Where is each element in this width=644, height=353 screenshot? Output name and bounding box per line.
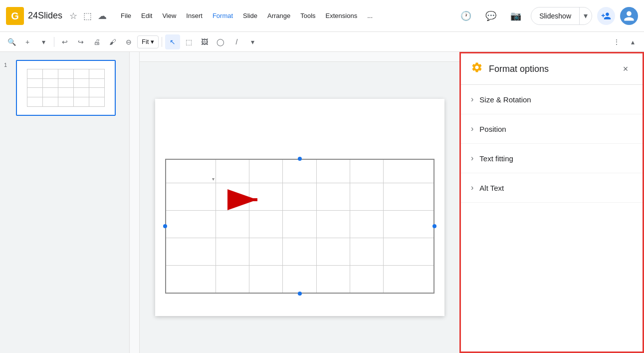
chevron-right-icon-3: › [471, 154, 473, 163]
sep1 [54, 37, 54, 47]
more-options[interactable]: ⋮ [609, 34, 624, 49]
menu-more[interactable]: ... [362, 9, 378, 22]
app-title: 24Slides [28, 10, 62, 21]
menu-file[interactable]: File [116, 9, 136, 22]
text-fitting-label: Text fitting [479, 154, 513, 163]
comment-icon[interactable]: 💬 [481, 6, 501, 26]
slide-table-thumb [27, 69, 105, 107]
menu-arrange[interactable]: Arrange [262, 9, 295, 22]
handle-left[interactable] [163, 224, 167, 228]
zoom-dropdown-btn[interactable]: ▾ [36, 34, 51, 49]
line-dropdown[interactable]: ▾ [245, 34, 260, 49]
zoom-label: Fit [142, 38, 149, 45]
zoom-out2-btn[interactable]: ⊖ [121, 34, 136, 49]
add-person-button[interactable] [597, 7, 615, 25]
table-element[interactable]: ▾ [165, 159, 434, 294]
redo-btn[interactable]: ↪ [73, 34, 88, 49]
format-panel-icon [471, 61, 483, 76]
star-icon[interactable]: ☆ [69, 10, 77, 21]
chevron-right-icon-4: › [471, 183, 473, 192]
handle-bottom[interactable] [298, 292, 302, 296]
cloud-icon[interactable]: ☁ [98, 10, 107, 21]
sep2 [162, 37, 162, 47]
cursor-tool[interactable]: ↖ [165, 34, 180, 49]
slide-canvas[interactable]: ▾ [155, 99, 444, 316]
menu-bar: File Edit View Insert Format Slide Arran… [116, 9, 378, 22]
app-logo: G [6, 7, 24, 25]
select-tool[interactable]: ⬚ [181, 34, 196, 49]
slideshow-dropdown-arrow[interactable]: ▾ [580, 7, 592, 24]
alt-text-label: Alt Text [479, 184, 504, 192]
folder-icon[interactable]: ⬚ [83, 10, 92, 21]
close-button[interactable]: × [619, 62, 633, 76]
horizontal-ruler [130, 52, 459, 62]
menu-extensions[interactable]: Extensions [321, 9, 363, 22]
format-option-alt-text[interactable]: › Alt Text [461, 173, 643, 203]
menu-insert[interactable]: Insert [181, 9, 208, 22]
canvas-table[interactable]: ▾ [165, 159, 434, 294]
shapes-tool[interactable]: ◯ [213, 34, 228, 49]
user-avatar[interactable] [620, 7, 638, 25]
format-panel-header: Format options × [461, 53, 643, 85]
undo-btn[interactable]: ↩ [57, 34, 72, 49]
zoom-chevron: ▾ [151, 38, 154, 45]
slide-thumbnail-1[interactable]: 1 [4, 60, 125, 116]
history-icon[interactable]: 🕐 [456, 6, 476, 26]
chevron-right-icon: › [471, 95, 473, 104]
slides-panel: 1 [0, 52, 130, 353]
paint-format-btn[interactable]: 🖌 [105, 34, 120, 49]
collapse-toolbar[interactable]: ▴ [625, 34, 640, 49]
menu-slide[interactable]: Slide [238, 9, 262, 22]
slideshow-button[interactable]: Slideshow ▾ [531, 7, 592, 25]
menu-tools[interactable]: Tools [295, 9, 320, 22]
canvas-area: ▾ [130, 52, 459, 353]
app-logo-char: G [11, 11, 19, 21]
zoom-in-btn[interactable]: + [20, 34, 35, 49]
zoom-selector[interactable]: Fit ▾ [137, 35, 159, 48]
format-options-panel: Format options × › Size & Rotation › Pos… [459, 52, 644, 353]
position-label: Position [479, 125, 506, 133]
size-rotation-label: Size & Rotation [479, 95, 531, 104]
image-tool[interactable]: 🖼 [197, 34, 212, 49]
vertical-ruler [130, 52, 140, 353]
video-icon[interactable]: 📷 [506, 6, 526, 26]
handle-top[interactable] [298, 157, 302, 161]
format-option-size-rotation[interactable]: › Size & Rotation [461, 85, 643, 114]
slide-number-1: 1 [4, 60, 12, 68]
format-option-text-fitting[interactable]: › Text fitting [461, 144, 643, 173]
slide-preview-1[interactable] [16, 60, 116, 116]
print-btn[interactable]: 🖨 [89, 34, 104, 49]
menu-edit[interactable]: Edit [136, 9, 157, 22]
format-panel-title: Format options [489, 64, 613, 74]
toolbar: 🔍 + ▾ ↩ ↪ 🖨 🖌 ⊖ Fit ▾ ↖ ⬚ 🖼 ◯ / ▾ ⋮ ▴ [0, 32, 644, 52]
chevron-right-icon-2: › [471, 124, 473, 133]
search-btn[interactable]: 🔍 [4, 34, 19, 49]
slideshow-label[interactable]: Slideshow [531, 7, 580, 24]
topbar-right: 🕐 💬 📷 Slideshow ▾ [456, 6, 638, 26]
line-tool[interactable]: / [229, 34, 244, 49]
menu-view[interactable]: View [157, 9, 181, 22]
handle-right[interactable] [432, 224, 436, 228]
annotation-arrow [225, 187, 265, 218]
format-option-position[interactable]: › Position [461, 114, 643, 144]
menu-format[interactable]: Format [208, 9, 238, 22]
main-area: 1 [0, 52, 644, 353]
topbar: G 24Slides ☆ ⬚ ☁ File Edit View Insert F… [0, 0, 644, 32]
